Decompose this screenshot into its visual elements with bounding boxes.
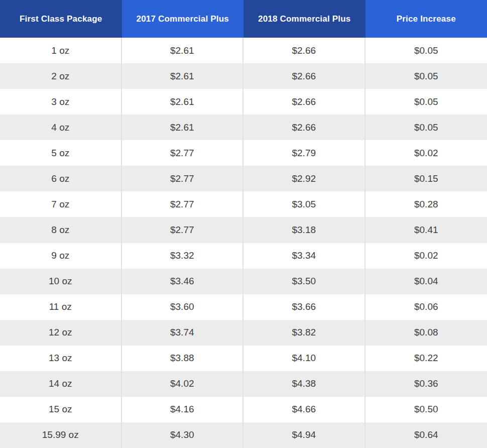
cell-price-increase: $0.02 <box>366 140 487 166</box>
cell-price-increase: $0.05 <box>366 115 487 140</box>
cell-2018-price: $3.34 <box>244 243 366 269</box>
cell-price-increase: $0.05 <box>366 63 487 89</box>
cell-2018-price: $3.50 <box>244 269 366 294</box>
column-header-price-increase: Price Increase <box>366 0 487 38</box>
cell-2017-price: $2.77 <box>122 217 244 243</box>
cell-weight: 15.99 oz <box>0 422 122 448</box>
cell-2017-price: $4.30 <box>122 422 244 448</box>
cell-2018-price: $2.66 <box>244 38 366 63</box>
cell-price-increase: $0.41 <box>366 217 487 243</box>
table-row: 8 oz$2.77$3.18$0.41 <box>0 217 487 243</box>
table-row: 13 oz$3.88$4.10$0.22 <box>0 346 487 371</box>
table-row: 2 oz$2.61$2.66$0.05 <box>0 63 487 89</box>
table-row: 11 oz$3.60$3.66$0.06 <box>0 294 487 320</box>
table-row: 9 oz$3.32$3.34$0.02 <box>0 243 487 269</box>
table-row: 10 oz$3.46$3.50$0.04 <box>0 269 487 294</box>
cell-2018-price: $3.18 <box>244 217 366 243</box>
cell-2017-price: $2.61 <box>122 89 244 115</box>
cell-weight: 6 oz <box>0 166 122 191</box>
cell-price-increase: $0.02 <box>366 243 487 269</box>
cell-2017-price: $2.61 <box>122 115 244 140</box>
cell-weight: 5 oz <box>0 140 122 166</box>
cell-price-increase: $0.06 <box>366 294 487 320</box>
cell-weight: 8 oz <box>0 217 122 243</box>
table-row: 14 oz$4.02$4.38$0.36 <box>0 371 487 397</box>
table-row: 15 oz$4.16$4.66$0.50 <box>0 397 487 422</box>
cell-price-increase: $0.05 <box>366 89 487 115</box>
cell-2017-price: $2.77 <box>122 166 244 191</box>
column-header-2018-commercial-plus: 2018 Commercial Plus <box>244 0 366 38</box>
cell-weight: 7 oz <box>0 191 122 217</box>
cell-2018-price: $2.66 <box>244 89 366 115</box>
cell-weight: 3 oz <box>0 89 122 115</box>
cell-price-increase: $0.50 <box>366 397 487 422</box>
cell-2018-price: $3.66 <box>244 294 366 320</box>
table-row: 6 oz$2.77$2.92$0.15 <box>0 166 487 191</box>
table-row: 7 oz$2.77$3.05$0.28 <box>0 191 487 217</box>
table-header-row: First Class Package 2017 Commercial Plus… <box>0 0 487 38</box>
cell-price-increase: $0.28 <box>366 191 487 217</box>
column-header-first-class-package: First Class Package <box>0 0 122 38</box>
table-row: 15.99 oz$4.30$4.94$0.64 <box>0 422 487 448</box>
cell-2017-price: $3.88 <box>122 346 244 371</box>
cell-price-increase: $0.22 <box>366 346 487 371</box>
cell-2018-price: $2.79 <box>244 140 366 166</box>
cell-2018-price: $4.10 <box>244 346 366 371</box>
cell-2018-price: $2.66 <box>244 115 366 140</box>
cell-2017-price: $4.16 <box>122 397 244 422</box>
cell-2017-price: $2.77 <box>122 140 244 166</box>
cell-2017-price: $3.60 <box>122 294 244 320</box>
cell-2018-price: $4.38 <box>244 371 366 397</box>
cell-2017-price: $2.61 <box>122 38 244 63</box>
table-row: 3 oz$2.61$2.66$0.05 <box>0 89 487 115</box>
cell-2018-price: $2.92 <box>244 166 366 191</box>
cell-price-increase: $0.04 <box>366 269 487 294</box>
table-row: 5 oz$2.77$2.79$0.02 <box>0 140 487 166</box>
cell-2017-price: $2.61 <box>122 63 244 89</box>
cell-price-increase: $0.15 <box>366 166 487 191</box>
cell-2018-price: $4.66 <box>244 397 366 422</box>
cell-weight: 2 oz <box>0 63 122 89</box>
cell-2018-price: $3.05 <box>244 191 366 217</box>
cell-weight: 11 oz <box>0 294 122 320</box>
cell-2017-price: $3.46 <box>122 269 244 294</box>
cell-2017-price: $4.02 <box>122 371 244 397</box>
first-class-package-rate-table: First Class Package 2017 Commercial Plus… <box>0 0 487 448</box>
cell-price-increase: $0.05 <box>366 38 487 63</box>
cell-weight: 9 oz <box>0 243 122 269</box>
column-header-2017-commercial-plus: 2017 Commercial Plus <box>122 0 244 38</box>
cell-weight: 10 oz <box>0 269 122 294</box>
cell-weight: 1 oz <box>0 38 122 63</box>
cell-2017-price: $3.32 <box>122 243 244 269</box>
cell-2017-price: $3.74 <box>122 320 244 346</box>
cell-price-increase: $0.36 <box>366 371 487 397</box>
cell-2017-price: $2.77 <box>122 191 244 217</box>
table-row: 12 oz$3.74$3.82$0.08 <box>0 320 487 346</box>
cell-weight: 15 oz <box>0 397 122 422</box>
cell-weight: 14 oz <box>0 371 122 397</box>
cell-weight: 4 oz <box>0 115 122 140</box>
table-body: 1 oz$2.61$2.66$0.052 oz$2.61$2.66$0.053 … <box>0 38 487 448</box>
cell-price-increase: $0.08 <box>366 320 487 346</box>
cell-2018-price: $4.94 <box>244 422 366 448</box>
cell-2018-price: $3.82 <box>244 320 366 346</box>
cell-price-increase: $0.64 <box>366 422 487 448</box>
table-row: 4 oz$2.61$2.66$0.05 <box>0 115 487 140</box>
table-row: 1 oz$2.61$2.66$0.05 <box>0 38 487 63</box>
cell-2018-price: $2.66 <box>244 63 366 89</box>
cell-weight: 12 oz <box>0 320 122 346</box>
cell-weight: 13 oz <box>0 346 122 371</box>
